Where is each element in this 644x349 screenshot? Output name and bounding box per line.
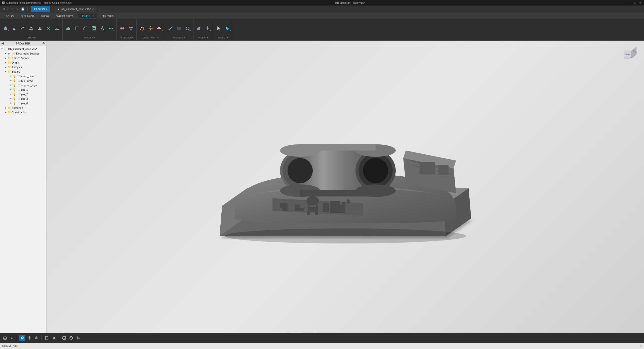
light-bulb-icon[interactable]: 💡 (13, 97, 16, 101)
browser-settings-icon[interactable]: ⚙ (42, 42, 45, 45)
light-bulb-icon[interactable]: 💡 (13, 88, 16, 91)
tree-item-pin-4[interactable]: 👁 💡 □ pin_4 (0, 101, 46, 106)
design-mode-button[interactable]: DESIGN ▾ (31, 6, 50, 12)
expand-icon[interactable]: ▶ (4, 111, 7, 114)
viewcube[interactable]: FRONT RIGHT (619, 46, 639, 66)
tree-item-top-cover[interactable]: 👁 💡 □ top_cover (0, 78, 46, 83)
light-bulb-icon[interactable]: 💡 (13, 102, 16, 105)
tree-item-bodies[interactable]: ▼ 📁 Bodies (0, 69, 46, 74)
svg-marker-94 (29, 339, 30, 340)
light-bulb-icon[interactable]: 💡 (13, 79, 16, 82)
light-bulb-icon[interactable]: 💡 (13, 83, 16, 87)
tree-item-pin-2[interactable]: 👁 💡 □ pin_2 (0, 92, 46, 96)
minimize-button[interactable]: – (628, 1, 632, 5)
insert-more-icon[interactable] (204, 24, 212, 32)
light-bulb-icon[interactable]: 💡 (13, 92, 16, 96)
insert-derive-icon[interactable] (195, 24, 203, 32)
tree-item-pin-3[interactable]: 👁 💡 □ pin_3 (0, 96, 46, 101)
expand-icon[interactable]: ▼ (4, 70, 7, 73)
mode-tab-mesh[interactable]: MESH (37, 14, 53, 19)
joint-icon[interactable] (118, 24, 126, 32)
revolve-icon[interactable] (10, 24, 18, 32)
visibility-eye-icon[interactable]: 👁 (9, 97, 12, 100)
grid-icon[interactable] (75, 335, 81, 341)
file-tab[interactable]: ● lab_assistant_case v15* × (55, 6, 96, 12)
grid-menu-icon[interactable]: ⊞ (2, 7, 6, 11)
comments-icon[interactable]: ✏ (640, 344, 642, 348)
pan-icon[interactable] (26, 335, 32, 341)
loft-icon[interactable] (27, 24, 35, 32)
measure-icon[interactable] (167, 24, 175, 32)
fillet-icon[interactable] (73, 24, 81, 32)
close-button[interactable]: × (638, 1, 642, 5)
emboss-icon[interactable]: A (53, 24, 61, 32)
tree-item-analysis[interactable]: ▶ 📁 Analysis (0, 65, 46, 69)
tree-item-named-views[interactable]: ▶ 📁 Named Views (0, 56, 46, 60)
tree-item-doc-settings[interactable]: ▶ ▶ 📁 Document Settings (0, 51, 46, 56)
press-pull-icon[interactable] (64, 24, 72, 32)
tab-close-button[interactable]: × (92, 8, 94, 11)
mode-tab-surface[interactable]: SURFACE (17, 14, 37, 19)
tree-item-construction[interactable]: ▶ 📁 Construction (0, 110, 46, 115)
named-views-label: Named Views (12, 57, 29, 60)
chamfer-icon[interactable] (81, 24, 89, 32)
midplane-icon[interactable] (147, 24, 155, 32)
display-settings-icon[interactable] (51, 335, 57, 341)
visibility-eye-icon[interactable]: 👁 (9, 79, 12, 82)
viewport[interactable]: FRONT RIGHT (47, 41, 644, 333)
orbit-icon[interactable] (19, 335, 25, 341)
pin-1-label: pin_1 (21, 88, 28, 91)
expand-icon[interactable]: ▶ (4, 66, 7, 69)
select-icon[interactable] (215, 24, 223, 32)
visibility-eye-icon[interactable]: 👁 (9, 75, 12, 78)
rib-icon[interactable] (36, 24, 44, 32)
expand-icon[interactable]: ▶ (4, 57, 7, 60)
expand-icon[interactable]: ▶ (4, 52, 7, 55)
zoom-fit-icon[interactable] (44, 335, 50, 341)
save-button[interactable]: 💾 (20, 7, 26, 11)
tree-item-origin[interactable]: ▶ 📁 Origin (0, 60, 46, 65)
tree-item-main-case[interactable]: 👁 💡 □ main_case (0, 74, 46, 78)
visibility-eye-icon[interactable]: 👁 (9, 84, 12, 87)
section-analysis-icon[interactable] (175, 24, 183, 32)
construct-more-icon[interactable] (155, 24, 163, 32)
home-view-icon[interactable] (2, 335, 8, 341)
browser-tree: ▼ 📄 lab_assistant_case v15* ▶ ▶ 📁 Docume… (0, 46, 46, 333)
maximize-button[interactable]: □ (633, 1, 637, 5)
zoom-icon[interactable] (33, 335, 39, 341)
extrude-icon[interactable] (2, 24, 10, 32)
tree-item-support-legs[interactable]: 👁 💡 □ support_legs (0, 83, 46, 87)
expand-icon[interactable]: ▼ (1, 47, 4, 51)
expand-icon[interactable]: ▶ (4, 106, 7, 109)
assemble-icon[interactable] (127, 24, 135, 32)
visibility-eye-icon[interactable]: 👁 (9, 88, 12, 91)
undo-button[interactable]: ↩ (9, 7, 14, 11)
tree-item-pin-1[interactable]: 👁 💡 □ pin_1 (0, 87, 46, 92)
body-icon: □ (17, 79, 21, 82)
mode-tab-utilities[interactable]: UTILITIES (97, 14, 117, 19)
mode-tab-solid[interactable]: SOLID (2, 14, 17, 19)
modify-more-icon[interactable] (107, 24, 115, 32)
draft-icon[interactable] (98, 24, 106, 32)
light-bulb-icon[interactable]: 💡 (13, 74, 16, 78)
svg-point-21 (122, 27, 124, 29)
tree-item-sketches[interactable]: ▶ 📁 Sketches (0, 106, 46, 110)
expand-icon[interactable]: ▶ (4, 61, 7, 64)
visibility-eye-icon[interactable]: 👁 (9, 102, 12, 105)
offset-plane-icon[interactable] (138, 24, 146, 32)
look-at-icon[interactable] (9, 335, 15, 341)
mode-tab-sheet-metal[interactable]: SHEET METAL (53, 14, 78, 19)
shell-icon[interactable] (90, 24, 98, 32)
inspect-more-icon[interactable] (184, 24, 192, 32)
environment-icon[interactable] (68, 335, 74, 341)
render-mode-icon[interactable] (61, 335, 67, 341)
sweep-icon[interactable] (19, 24, 27, 32)
mode-tab-plastic[interactable]: PLASTIC (78, 14, 97, 19)
new-tab-button[interactable]: + (97, 7, 102, 12)
select-filter-icon[interactable] (223, 24, 231, 32)
web-icon[interactable] (44, 24, 52, 32)
visibility-eye-icon[interactable]: 👁 (9, 93, 12, 96)
tree-item-root[interactable]: ▼ 📄 lab_assistant_case v15* (0, 47, 46, 51)
browser-collapse-icon[interactable]: ◀ (2, 42, 4, 45)
redo-button[interactable]: ↪ (15, 7, 19, 11)
